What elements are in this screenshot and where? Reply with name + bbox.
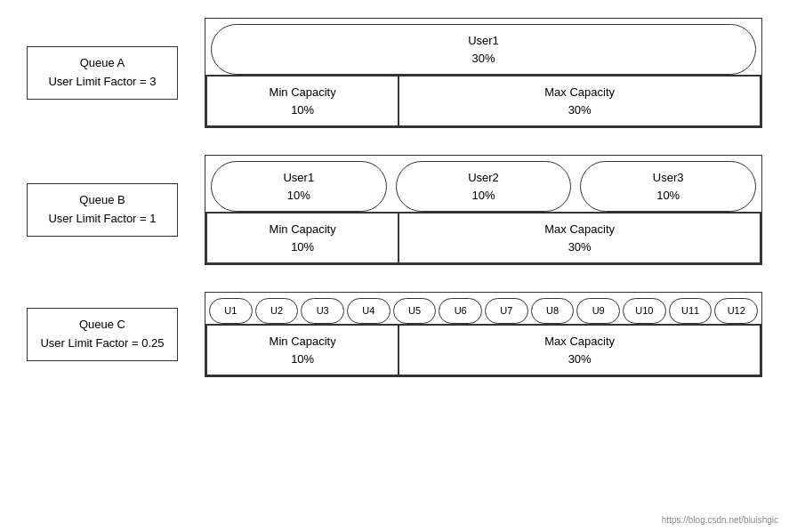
queue-a-pills-container: User1 30% [205, 19, 761, 75]
queue-b-user1-pill: User1 10% [211, 161, 387, 212]
queue-a-min-label: Min Capacity [218, 84, 387, 101]
queue-a-name: Queue A [38, 54, 166, 73]
queue-b-diagram: User1 10% User2 10% User3 10% [205, 155, 762, 265]
queue-c-u4: U4 [347, 298, 390, 324]
queue-b-label: Queue B User Limit Factor = 1 [27, 183, 178, 237]
queue-b-max-capacity: Max Capacity 30% [399, 213, 761, 263]
queue-b-user1-pct: 10% [229, 187, 368, 205]
queue-b-factor: User Limit Factor = 1 [38, 210, 166, 229]
queue-a-min-value: 10% [218, 101, 387, 119]
queue-c-u9: U9 [576, 298, 620, 324]
queue-c-label: Queue C User Limit Factor = 0.25 [27, 308, 178, 361]
queue-c-u1: U1 [209, 298, 253, 324]
queue-a-diagram: User1 30% Min Capacity 10% Max Capacity … [205, 18, 762, 128]
queue-c-u10: U10 [623, 298, 666, 324]
queue-c-u2: U2 [255, 298, 299, 324]
queue-c-max-capacity: Max Capacity 30% [399, 325, 761, 375]
queue-a-factor: User Limit Factor = 3 [38, 73, 166, 92]
watermark: https://blog.csdn.net/bluishgic [662, 515, 778, 525]
queue-c-max-label: Max Capacity [410, 333, 749, 351]
queue-a-user1-pct: 30% [212, 50, 755, 68]
queue-a-user1-name: User1 [212, 32, 755, 50]
queue-c-u5: U5 [393, 298, 437, 324]
queue-c-factor: User Limit Factor = 0.25 [38, 335, 166, 353]
queue-b-user3-name: User3 [599, 169, 737, 187]
queue-a-max-capacity: Max Capacity 30% [399, 76, 761, 126]
queue-c-u8: U8 [531, 298, 575, 324]
main-container: Queue A User Limit Factor = 3 User1 30% … [0, 0, 789, 532]
queue-c-min-capacity: Min Capacity 10% [206, 325, 399, 375]
queue-b-min-label: Min Capacity [218, 221, 387, 238]
queue-c-min-value: 10% [218, 351, 387, 368]
queue-a-wrapper: User1 30% Min Capacity 10% Max Capacity … [205, 18, 762, 128]
queue-b-max-label: Max Capacity [410, 221, 749, 238]
queue-c-u6: U6 [439, 298, 482, 324]
queue-b-wrapper: User1 10% User2 10% User3 10% [205, 155, 762, 265]
queue-a-label: Queue A User Limit Factor = 3 [27, 46, 178, 100]
queue-c-name: Queue C [38, 316, 166, 335]
queue-c-u7: U7 [485, 298, 528, 324]
queue-c-max-value: 30% [410, 351, 749, 368]
queue-a-max-value: 30% [410, 101, 749, 119]
queue-c-diagram: U1 U2 U3 U4 U5 U6 U7 U8 U9 U10 U11 U12 M… [205, 292, 762, 377]
queue-b-row: Queue B User Limit Factor = 1 User1 10% … [27, 155, 762, 265]
queue-c-u3: U3 [301, 298, 344, 324]
queue-a-min-capacity: Min Capacity 10% [206, 76, 399, 126]
queue-b-user3-pct: 10% [599, 187, 737, 205]
queue-b-user2-pill: User2 10% [396, 161, 572, 212]
queue-b-user2-pct: 10% [415, 187, 553, 205]
queue-b-capacity-row: Min Capacity 10% Max Capacity 30% [205, 212, 761, 264]
queue-b-user3-pill: User3 10% [580, 161, 756, 212]
queue-c-u12: U12 [714, 298, 758, 324]
queue-c-min-label: Min Capacity [218, 333, 387, 351]
queue-c-wrapper: U1 U2 U3 U4 U5 U6 U7 U8 U9 U10 U11 U12 M… [205, 292, 762, 377]
queue-c-u11: U11 [669, 298, 713, 324]
queue-b-min-value: 10% [218, 238, 387, 256]
queue-b-user1-name: User1 [229, 169, 368, 187]
queue-a-user1-pill: User1 30% [211, 24, 756, 75]
queue-a-capacity-row: Min Capacity 10% Max Capacity 30% [205, 75, 761, 127]
queue-b-name: Queue B [38, 191, 166, 210]
queue-c-capacity-row: Min Capacity 10% Max Capacity 30% [205, 324, 761, 376]
queue-c-pills-row: U1 U2 U3 U4 U5 U6 U7 U8 U9 U10 U11 U12 [205, 293, 761, 324]
queue-b-pills-container: User1 10% User2 10% User3 10% [205, 156, 761, 212]
queue-c-row: Queue C User Limit Factor = 0.25 U1 U2 U… [27, 292, 762, 377]
queue-b-user2-name: User2 [415, 169, 553, 187]
queue-a-row: Queue A User Limit Factor = 3 User1 30% … [27, 18, 762, 128]
queue-b-pills-row: User1 10% User2 10% User3 10% [211, 161, 756, 212]
queue-b-max-value: 30% [410, 238, 749, 256]
queue-b-min-capacity: Min Capacity 10% [206, 213, 399, 263]
queue-a-max-label: Max Capacity [410, 84, 749, 101]
